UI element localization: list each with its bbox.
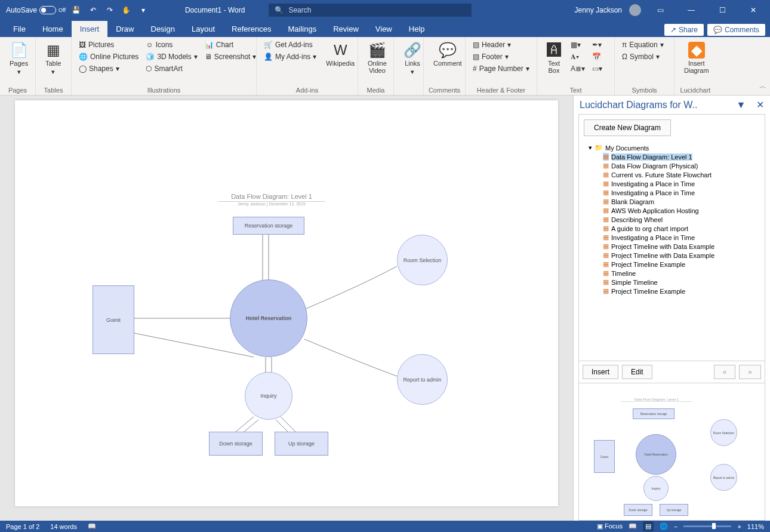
- close-icon[interactable]: ✕: [741, 0, 765, 20]
- icons-button[interactable]: ☺ Icons: [143, 39, 199, 50]
- zoom-slider[interactable]: [683, 525, 731, 527]
- tab-draw[interactable]: Draw: [107, 21, 142, 37]
- tab-design[interactable]: Design: [143, 21, 183, 37]
- page-number-button[interactable]: # Page Number ▾: [470, 63, 532, 74]
- tree-item[interactable]: ▦Simple Timeline: [600, 278, 762, 287]
- tree-folder-my-documents[interactable]: ▾📁My Documents: [586, 143, 762, 152]
- ribbon-display-icon[interactable]: ▭: [648, 0, 672, 20]
- tab-review[interactable]: Review: [325, 21, 367, 37]
- comment-button[interactable]: 💬Comment: [429, 39, 467, 69]
- my-addins-button[interactable]: 👤 My Add-ins ▾: [261, 51, 319, 62]
- minimize-icon[interactable]: —: [679, 0, 703, 20]
- drop-cap-button[interactable]: A≣▾: [568, 63, 587, 74]
- header-button[interactable]: ▤ Header ▾: [470, 39, 532, 50]
- table-button[interactable]: ▦Table▾: [41, 39, 66, 78]
- report-admin-node: Report to admin: [397, 354, 448, 405]
- touch-mode-icon[interactable]: ✋: [121, 4, 133, 16]
- tab-insert[interactable]: Insert: [72, 21, 108, 37]
- tab-file[interactable]: File: [5, 21, 34, 37]
- zoom-out-icon[interactable]: −: [674, 523, 677, 530]
- inquiry-node: Inquiry: [245, 372, 292, 420]
- spell-check-icon[interactable]: 📖: [88, 522, 96, 530]
- tree-item[interactable]: ▦Describing Wheel: [600, 215, 762, 224]
- symbol-button[interactable]: Ω Symbol ▾: [620, 51, 666, 62]
- tree-item[interactable]: ▦Project Timeline Example: [600, 260, 762, 269]
- tree-item[interactable]: ▦Current vs. Future State Flowchart: [600, 170, 762, 179]
- screenshot-button[interactable]: 🖥 Screenshot ▾: [202, 51, 259, 62]
- print-layout-icon[interactable]: ▤: [643, 521, 654, 531]
- get-addins-button[interactable]: 🛒 Get Add-ins: [261, 39, 319, 50]
- lucidchart-insert-button[interactable]: ◆Insert Diagram: [679, 39, 714, 76]
- tree-item[interactable]: ▦AWS Web Application Hosting: [600, 206, 762, 215]
- search-input[interactable]: 🔍 Search: [269, 4, 472, 17]
- smartart-button[interactable]: ⬡ SmartArt: [143, 63, 199, 74]
- tab-home[interactable]: Home: [34, 21, 72, 37]
- next-page-button[interactable]: »: [739, 365, 761, 379]
- user-avatar[interactable]: [629, 4, 641, 16]
- tree-item[interactable]: ▦Project Timeline with Data Example: [600, 242, 762, 251]
- quick-parts-button[interactable]: ▦▾: [568, 39, 587, 50]
- online-video-button[interactable]: 🎬Online Video: [363, 39, 392, 76]
- tree-item[interactable]: ▦Blank Diagram: [600, 197, 762, 206]
- tree-item[interactable]: ▦Project Timeline Example: [600, 287, 762, 296]
- pages-button[interactable]: 📄Pages▾: [5, 39, 33, 78]
- comments-button[interactable]: 💬 Comments: [707, 24, 765, 36]
- shapes-button[interactable]: ◯ Shapes ▾: [76, 63, 141, 74]
- date-time-button[interactable]: 📅: [590, 51, 605, 62]
- web-layout-icon[interactable]: 🌐: [660, 522, 668, 530]
- guest-node: Guest: [93, 285, 134, 354]
- collapse-ribbon-icon[interactable]: ︿: [759, 81, 766, 91]
- diagram-preview: Data Flow Diagram: Level 1 Reservation s…: [579, 383, 765, 520]
- tree-item[interactable]: ▦Investigating a Place in Time: [600, 179, 762, 188]
- status-bar: Page 1 of 2 14 words 📖 ▣ Focus 📖 ▤ 🌐 − +…: [0, 521, 770, 532]
- create-new-diagram-button[interactable]: Create New Diagram: [584, 119, 671, 136]
- page: Data Flow Diagram: Level 1 Jenny Jackson…: [15, 100, 558, 506]
- tree-item[interactable]: ▦Investigating a Place in Time: [600, 188, 762, 197]
- zoom-level[interactable]: 111%: [747, 523, 764, 530]
- focus-mode-button[interactable]: ▣ Focus: [597, 522, 623, 530]
- equation-button[interactable]: π Equation ▾: [620, 39, 666, 50]
- zoom-in-icon[interactable]: +: [737, 523, 741, 530]
- pane-title: Lucidchart Diagrams for W..: [580, 100, 697, 110]
- tree-item[interactable]: ▦A guide to org chart import: [600, 224, 762, 233]
- svg-line-6: [281, 417, 295, 432]
- maximize-icon[interactable]: ☐: [710, 0, 734, 20]
- share-button[interactable]: ↗ Share: [664, 24, 704, 36]
- wordart-button[interactable]: 𝐀▾: [568, 51, 587, 62]
- pane-menu-icon[interactable]: ▼: [736, 100, 746, 110]
- read-mode-icon[interactable]: 📖: [629, 522, 637, 530]
- signature-button[interactable]: ✒▾: [590, 39, 605, 50]
- tab-references[interactable]: References: [223, 21, 279, 37]
- object-button[interactable]: ▭▾: [590, 63, 605, 74]
- tree-item[interactable]: ▦Timeline: [600, 269, 762, 278]
- pictures-button[interactable]: 🖼 Pictures: [76, 39, 141, 50]
- text-box-button[interactable]: 🅰Text Box: [542, 39, 566, 76]
- document-canvas[interactable]: Data Flow Diagram: Level 1 Jenny Jackson…: [0, 96, 573, 521]
- tree-item[interactable]: ▦Data Flow Diagram (Physical): [600, 161, 762, 170]
- autosave-toggle[interactable]: AutoSave Off: [6, 6, 66, 14]
- edit-button[interactable]: Edit: [622, 365, 652, 379]
- footer-button[interactable]: ▤ Footer ▾: [470, 51, 532, 62]
- wikipedia-button[interactable]: WWikipedia: [321, 39, 359, 69]
- redo-icon[interactable]: ↷: [104, 4, 116, 16]
- tree-item[interactable]: ▦Investigating a Place in Time: [600, 233, 762, 242]
- word-count[interactable]: 14 words: [50, 523, 77, 530]
- page-status[interactable]: Page 1 of 2: [6, 523, 39, 530]
- diagram-tree[interactable]: ▾📁My Documents ▦Data Flow Diagram: Level…: [579, 141, 765, 361]
- links-button[interactable]: 🔗Links▾: [399, 39, 426, 78]
- tab-mailings[interactable]: Mailings: [280, 21, 325, 37]
- tab-view[interactable]: View: [367, 21, 401, 37]
- prev-page-button[interactable]: «: [714, 365, 736, 379]
- 3d-models-button[interactable]: 🧊 3D Models ▾: [143, 51, 199, 62]
- qat-more-icon[interactable]: ▾: [137, 4, 149, 16]
- tab-help[interactable]: Help: [401, 21, 433, 37]
- undo-icon[interactable]: ↶: [87, 4, 99, 16]
- tree-item[interactable]: ▦Project Timeline with Data Example: [600, 251, 762, 260]
- save-icon[interactable]: 💾: [70, 4, 82, 16]
- online-pictures-button[interactable]: 🌐 Online Pictures: [76, 51, 141, 62]
- chart-button[interactable]: 📊 Chart: [202, 39, 259, 50]
- insert-button[interactable]: Insert: [583, 365, 618, 379]
- tab-layout[interactable]: Layout: [183, 21, 223, 37]
- pane-close-icon[interactable]: ✕: [756, 100, 764, 110]
- tree-item[interactable]: ▦Data Flow Diagram: Level 1: [600, 152, 762, 161]
